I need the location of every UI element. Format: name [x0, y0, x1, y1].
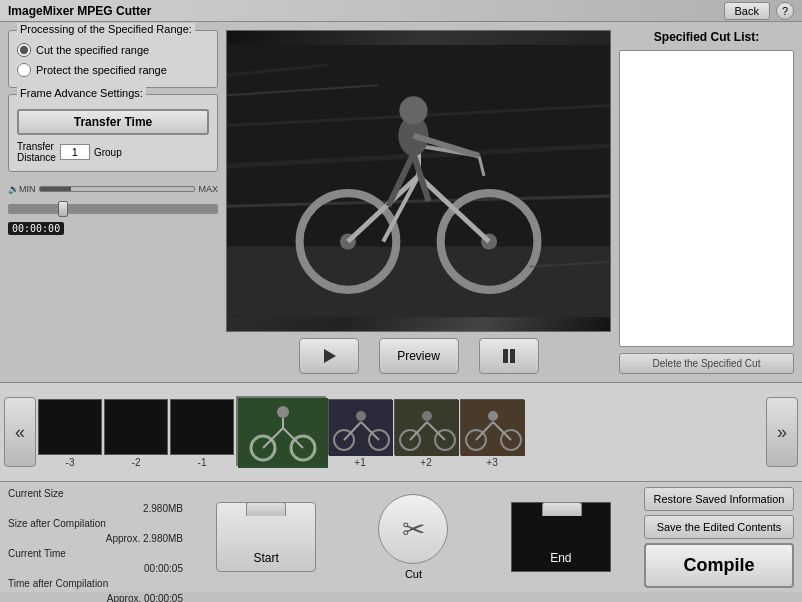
current-size-value: 2.980MB	[8, 501, 183, 516]
svg-rect-25	[510, 349, 515, 363]
left-panel: Processing of the Specified Range: Cut t…	[8, 30, 218, 374]
play-button[interactable]	[299, 338, 359, 374]
restore-button[interactable]: Restore Saved Information	[644, 487, 794, 511]
app-title: ImageMixer MPEG Cutter	[8, 4, 151, 18]
video-svg	[227, 31, 610, 331]
prev-nav-button[interactable]: «	[4, 397, 36, 467]
frame-plus2-svg	[395, 400, 459, 456]
time-after-label: Time after Compilation	[8, 576, 183, 591]
volume-min-icon: 🔈MIN	[8, 184, 36, 194]
frame-minus2	[104, 399, 168, 455]
frame-thumb: -1	[170, 399, 234, 468]
transfer-distance-row: TransferDistance Group	[17, 141, 209, 163]
frame-plus2	[394, 399, 458, 455]
frame-minus3-label: -3	[66, 457, 75, 468]
video-frame	[226, 30, 611, 332]
volume-slider[interactable]	[39, 186, 196, 192]
frame-plus1-label: +1	[354, 457, 365, 468]
cut-list-label: Specified Cut List:	[619, 30, 794, 44]
processing-group-label: Processing of the Specified Range:	[17, 23, 195, 35]
back-button[interactable]: Back	[724, 2, 770, 20]
protect-label: Protect the specified range	[36, 64, 167, 76]
cut-label: Cut the specified range	[36, 44, 149, 56]
end-section: End	[511, 502, 611, 572]
current-size-label: Current Size	[8, 486, 183, 501]
svg-point-44	[422, 411, 432, 421]
cut-radio[interactable]	[17, 43, 31, 57]
info-panel: Current Size 2.980MB Size after Compilat…	[8, 486, 183, 588]
svg-rect-24	[503, 349, 508, 363]
main-area: Processing of the Specified Range: Cut t…	[0, 22, 802, 382]
help-button[interactable]: ?	[776, 2, 794, 20]
play-icon	[320, 347, 338, 365]
protect-radio[interactable]	[17, 63, 31, 77]
center-panel: Preview	[226, 30, 611, 374]
pause-button[interactable]	[479, 338, 539, 374]
processing-group: Processing of the Specified Range: Cut t…	[8, 30, 218, 88]
frame-thumb-center	[236, 396, 326, 468]
start-button[interactable]: Start	[216, 502, 316, 572]
timecode-display: 00:00:00	[8, 222, 64, 235]
next-nav-button[interactable]: »	[766, 397, 798, 467]
end-display: End	[511, 502, 611, 572]
size-after-value: Approx. 2.980MB	[8, 531, 183, 546]
frame-advance-group-label: Frame Advance Settings:	[17, 87, 146, 99]
frame-plus2-label: +2	[420, 457, 431, 468]
frame-thumb: +3	[460, 399, 524, 468]
frame-minus3	[38, 399, 102, 455]
svg-point-38	[356, 411, 366, 421]
frame-thumb: -3	[38, 399, 102, 468]
frame-plus3-label: +3	[486, 457, 497, 468]
frame-plus3-svg	[461, 400, 525, 456]
frame-thumb: +2	[394, 399, 458, 468]
center-frame-svg	[238, 398, 328, 468]
transfer-distance-unit: Group	[94, 147, 122, 158]
bottom-area: Current Size 2.980MB Size after Compilat…	[0, 482, 802, 592]
frame-thumb: +1	[328, 399, 392, 468]
svg-point-32	[277, 406, 289, 418]
current-time-value: 00:00:05	[8, 561, 183, 576]
transfer-distance-input[interactable]	[60, 144, 90, 160]
controls-row: Preview	[226, 338, 611, 374]
volume-section: 🔈MIN MAX	[8, 184, 218, 194]
time-after-value: Approx. 00:00:05	[8, 591, 183, 602]
protect-option-row[interactable]: Protect the specified range	[17, 63, 209, 77]
compile-button[interactable]: Compile	[644, 543, 794, 588]
cut-option-row[interactable]: Cut the specified range	[17, 43, 209, 57]
action-panel: Restore Saved Information Save the Edite…	[644, 486, 794, 588]
frame-thumb: -2	[104, 399, 168, 468]
volume-track-row: 🔈MIN MAX	[8, 184, 218, 194]
transfer-distance-label: TransferDistance	[17, 141, 56, 163]
current-time-label: Current Time	[8, 546, 183, 561]
save-button[interactable]: Save the Edited Contents	[644, 515, 794, 539]
cut-label: Cut	[405, 568, 422, 580]
progress-bar[interactable]	[8, 204, 218, 214]
svg-rect-4	[227, 247, 610, 318]
preview-button[interactable]: Preview	[379, 338, 459, 374]
timecode-display-row: 00:00:00	[8, 222, 218, 234]
frame-plus1-svg	[329, 400, 393, 456]
frame-minus1	[170, 399, 234, 455]
delete-cut-button[interactable]: Delete the Specified Cut	[619, 353, 794, 374]
end-label: End	[550, 551, 571, 565]
frame-center	[236, 396, 326, 466]
filmstrip-area: « -3 -2 -1	[0, 382, 802, 482]
cut-controls: Start ✂ Cut End	[187, 486, 640, 588]
cut-section: ✂ Cut	[378, 494, 448, 580]
start-tab	[246, 502, 286, 516]
svg-point-50	[488, 411, 498, 421]
right-panel: Specified Cut List: Delete the Specified…	[619, 30, 794, 374]
volume-max-label: MAX	[198, 184, 218, 194]
size-after-label: Size after Compilation	[8, 516, 183, 531]
timecode-section	[8, 202, 218, 214]
pause-icon	[500, 347, 518, 365]
progress-indicator	[58, 201, 68, 217]
transfer-time-button[interactable]: Transfer Time	[17, 109, 209, 135]
cut-list-box[interactable]	[619, 50, 794, 347]
film-frames: -3 -2 -1	[38, 396, 764, 468]
end-tab	[542, 502, 582, 516]
cut-button[interactable]: ✂	[378, 494, 448, 564]
frame-minus2-label: -2	[132, 457, 141, 468]
title-bar-actions: Back ?	[724, 2, 794, 20]
frame-minus1-label: -1	[198, 457, 207, 468]
